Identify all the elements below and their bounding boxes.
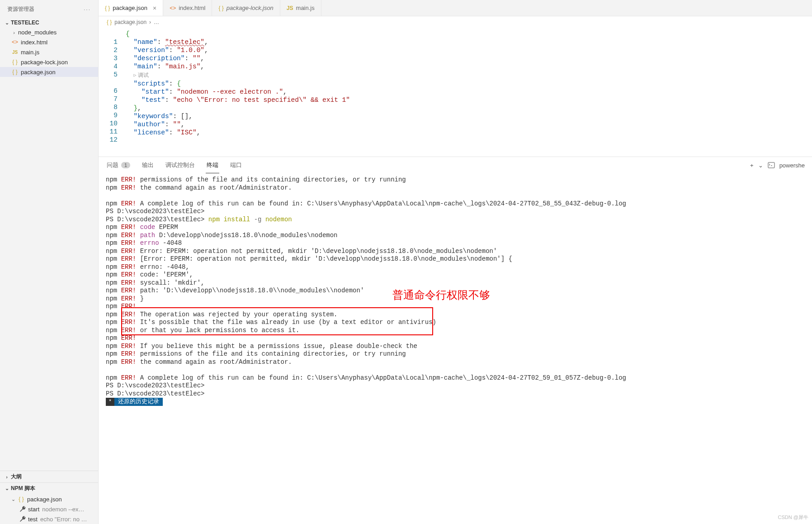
file-package-json[interactable]: { } package.json [0,67,98,77]
restore-history-badge[interactable]: *还原的历史记录 [106,398,163,406]
chevron-down-icon: ⌄ [10,496,16,502]
chevron-right-icon: › [4,474,10,480]
js-icon: JS [11,48,19,56]
panel-tab-output[interactable]: 输出 [141,157,155,173]
file-tree: › node_modules <> index.html JS main.js … [0,28,98,77]
file-label: main.js [21,49,39,56]
file-label: index.html [21,39,47,46]
script-name: start [28,506,39,513]
json-icon: { } [11,58,19,66]
close-icon[interactable]: × [153,5,156,12]
breadcrumb-more: … [154,19,159,25]
json-icon: { } [17,495,25,503]
outline-section[interactable]: › 大纲 [0,471,98,482]
annotation-box [121,307,433,335]
json-icon: { } [107,19,112,25]
breadcrumb-file: package.json [114,19,146,25]
npm-package-row[interactable]: ⌄ { } package.json [0,494,98,504]
codelens-debug[interactable]: ▷调试 [133,71,149,80]
json-icon: { } [105,5,110,11]
npm-script-test[interactable]: test echo "Error: no … [0,514,98,524]
chevron-right-icon: › [11,30,17,35]
file-index-html[interactable]: <> index.html [0,37,98,47]
tab-index-html[interactable]: <> index.html [163,0,212,16]
watermark: CSDN @犀牛 [778,514,808,522]
script-cmd: echo "Error: no … [40,516,87,523]
chevron-down-icon: ⌄ [4,486,10,491]
npm-scripts-tree: ⌄ { } package.json start nodemon --ex… t… [0,494,98,524]
file-label: package.json [21,69,56,76]
line-gutter: 1 2 3 4 5 6 7 8 9 10 11 12 [99,30,126,152]
file-package-lock[interactable]: { } package-lock.json [0,57,98,67]
html-icon: <> [11,38,19,46]
code-body[interactable]: { "name": "testelec", "version": "1.0.0"… [126,30,812,152]
outline-label: 大纲 [11,473,22,481]
panel-tab-problems[interactable]: 问题 1 [106,157,131,173]
breadcrumb-sep: › [149,19,151,25]
panel-tabs: 问题 1 输出 调试控制台 终端 端口 + ⌄ powershe [99,157,812,173]
svg-rect-0 [768,162,774,168]
file-node-modules[interactable]: › node_modules [0,28,98,37]
project-title-row[interactable]: ⌄ TESTELEC [0,18,98,28]
script-name: test [28,516,38,523]
panel-tab-terminal[interactable]: 终端 [206,157,219,173]
panel-tab-ports[interactable]: 端口 [229,157,243,173]
more-icon[interactable]: ··· [84,6,91,13]
breadcrumb[interactable]: { } package.json › … [99,16,812,28]
code-editor[interactable]: 1 2 3 4 5 6 7 8 9 10 11 12 { "name": "te… [99,28,812,157]
tab-package-lock[interactable]: { } package-lock.json [212,0,280,16]
panel-tab-debug[interactable]: 调试控制台 [165,157,196,173]
tab-label: package-lock.json [227,5,274,11]
tab-main-js[interactable]: JS main.js [280,0,321,16]
project-name: TESTELEC [11,19,39,26]
wrench-icon [19,505,26,513]
terminal-toolbar: + ⌄ powershe [750,162,805,169]
explorer-header: 资源管理器 ··· [0,0,98,18]
annotation-text: 普通命令行权限不够 [392,291,490,299]
tab-package-json[interactable]: { } package.json × [99,0,163,16]
npm-label: NPM 脚本 [11,485,35,492]
new-terminal-icon[interactable]: + [750,162,754,169]
editor-tabs: { } package.json × <> index.html { } pac… [99,0,812,16]
npm-script-start[interactable]: start nodemon --ex… [0,504,98,514]
explorer-label: 资源管理器 [7,5,34,13]
sidebar: 资源管理器 ··· ⌄ TESTELEC › node_modules <> i… [0,0,99,524]
tab-label: package.json [113,5,147,11]
chevron-down-icon: ⌄ [4,20,10,26]
tab-label: index.html [179,5,205,11]
terminal-icon[interactable] [768,162,775,169]
shell-name[interactable]: powershe [779,162,805,169]
file-main-js[interactable]: JS main.js [0,47,98,57]
main: { } package.json × <> index.html { } pac… [99,0,812,524]
json-icon: { } [11,68,19,76]
chevron-down-icon[interactable]: ⌄ [758,162,763,169]
wrench-icon [19,515,26,523]
problems-badge: 1 [121,162,130,168]
npm-scripts-section[interactable]: ⌄ NPM 脚本 [0,482,98,494]
terminal-output[interactable]: npm ERR! permissions of the file and its… [99,173,812,524]
bottom-panel: 问题 1 输出 调试控制台 终端 端口 + ⌄ powershe npm ERR… [99,157,812,524]
script-cmd: nodemon --ex… [42,506,84,513]
npm-pkg-name: package.json [27,496,62,503]
tab-label: main.js [296,5,315,11]
file-label: node_modules [18,29,57,36]
json-icon: { } [218,5,223,11]
file-label: package-lock.json [21,59,68,66]
html-icon: <> [170,5,176,11]
play-icon: ▷ [133,71,136,80]
js-icon: JS [287,5,293,11]
